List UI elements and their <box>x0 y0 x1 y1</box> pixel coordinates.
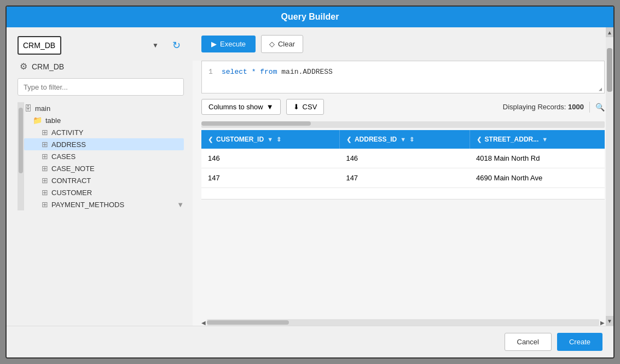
scroll-up-button[interactable]: ▲ <box>606 27 613 37</box>
tree-node-customer[interactable]: ⊞ CUSTOMER <box>24 186 184 198</box>
records-label: Displaying Records: 1000 <box>503 103 584 111</box>
db-select-wrapper: CRM_DB ▼ <box>18 36 163 55</box>
main-toolbar: ▶ Execute ◇ Clear <box>193 27 613 61</box>
filter-icon[interactable]: ▼ <box>542 136 548 143</box>
sql-editor[interactable]: 1 select * from main.ADDRESS ◢ <box>201 61 605 93</box>
table-icon: ⊞ <box>42 164 48 173</box>
scroll-thumb-horizontal <box>201 121 311 126</box>
refresh-icon: ↻ <box>172 39 181 51</box>
sort-icon[interactable]: ⇕ <box>409 136 414 143</box>
h-scrollbar-bottom[interactable]: ◀ ▶ <box>201 319 605 326</box>
scroll-right-icon[interactable]: ▶ <box>600 320 605 326</box>
resize-handle[interactable]: ◢ <box>596 85 604 93</box>
tree-node-cases[interactable]: ⊞ CASES <box>24 150 184 162</box>
modal-header: Query Builder <box>7 7 613 27</box>
table-row-partial <box>201 188 605 199</box>
results-toolbar: Columns to show ▼ ⬇ CSV Displaying Recor… <box>193 93 613 120</box>
cancel-label: Cancel <box>517 338 539 346</box>
table-wrapper: ❮ CUSTOMER_ID ▼ ⇕ ❮ ADDRESS_ID <box>201 130 605 318</box>
col-chevron-icon: ❮ <box>477 136 482 143</box>
search-button[interactable]: 🔍 <box>595 103 605 111</box>
tree-node-label: table <box>45 116 61 125</box>
cell-address-id: 146 <box>339 149 470 168</box>
col-header-label: ADDRESS_ID <box>355 136 397 143</box>
tree-node-case-note[interactable]: ⊞ CASE_NOTE <box>24 162 184 174</box>
tree-node-label: main <box>35 104 50 113</box>
tree-node-address[interactable]: ⊞ ADDRESS <box>24 138 184 150</box>
cancel-button[interactable]: Cancel <box>505 333 552 351</box>
tree-node-main[interactable]: 🗄 main <box>24 102 184 114</box>
clear-label: Clear <box>278 40 295 48</box>
right-scrollbar[interactable]: ▲ ▼ <box>606 27 613 326</box>
expand-icon: ▼ <box>177 201 184 209</box>
tree-scrollbar[interactable] <box>18 102 24 210</box>
table-row: 146 146 4018 Main North Rd <box>201 149 605 168</box>
scroll-thumb-vertical <box>607 48 612 92</box>
sidebar-top: CRM_DB ▼ ↻ <box>18 36 184 55</box>
database-icon: ⚙ <box>20 61 27 72</box>
records-text: Displaying Records: <box>503 103 566 111</box>
tree-node-label: CASES <box>51 152 76 161</box>
sql-star: * <box>252 68 256 76</box>
table-icon: ⊞ <box>42 128 48 137</box>
main-content: ▶ Execute ◇ Clear 1 select * <box>193 27 613 326</box>
h-scrollbar-top[interactable]: ▶ <box>201 120 605 129</box>
modal-title: Query Builder <box>281 12 339 21</box>
tree-node-label: PAYMENT_METHODS <box>51 201 124 209</box>
sql-table-ref: main.ADDRESS <box>281 68 333 76</box>
tree-node-label: ACTIVITY <box>51 128 84 137</box>
scroll-thumb-bottom <box>207 320 289 325</box>
create-button[interactable]: Create <box>557 333 602 351</box>
scroll-track <box>606 37 613 316</box>
cell-address-id <box>339 188 470 199</box>
cell-address-id: 147 <box>339 168 470 188</box>
col-header-label: STREET_ADDR... <box>485 136 539 143</box>
filter-icon[interactable]: ▼ <box>267 136 273 143</box>
filter-icon[interactable]: ▼ <box>400 136 406 143</box>
cell-customer-id: 147 <box>201 168 339 188</box>
csv-export-button[interactable]: ⬇ CSV <box>286 99 325 115</box>
columns-to-show-button[interactable]: Columns to show ▼ <box>201 99 281 115</box>
table-header: ❮ CUSTOMER_ID ▼ ⇕ ❮ ADDRESS_ID <box>201 130 605 149</box>
sql-keyword-from: from <box>260 68 277 76</box>
tree-node-activity[interactable]: ⊞ ACTIVITY <box>24 126 184 138</box>
db-label-text: CRM_DB <box>32 62 64 71</box>
download-icon: ⬇ <box>293 103 299 111</box>
search-icon: 🔍 <box>595 103 605 111</box>
db-select[interactable]: CRM_DB <box>18 36 61 55</box>
table-body: 146 146 4018 Main North Rd 147 147 4690 … <box>201 149 605 199</box>
table-icon: ⊞ <box>42 176 48 185</box>
create-label: Create <box>569 338 590 346</box>
tree-node-payment-methods[interactable]: ⊞ PAYMENT_METHODS ▼ <box>24 198 184 210</box>
scroll-left-icon[interactable]: ◀ <box>201 320 206 326</box>
execute-button[interactable]: ▶ Execute <box>201 36 256 52</box>
tree-node-label: ADDRESS <box>51 140 86 149</box>
db-label-row: ⚙ CRM_DB <box>18 61 184 72</box>
table-icon: ⊞ <box>42 188 48 197</box>
tree-node-label: CASE_NOTE <box>51 165 95 173</box>
sort-icon[interactable]: ⇕ <box>276 136 281 143</box>
sql-line-1: 1 select * from main.ADDRESS <box>208 68 598 76</box>
modal-footer: Cancel Create <box>7 326 613 357</box>
tree-scroll-thumb <box>19 108 23 173</box>
scroll-bar-horizontal[interactable] <box>201 121 605 128</box>
cell-street-addr: 4690 Main North Ave <box>470 168 605 188</box>
chevron-down-icon: ▼ <box>152 42 159 49</box>
eraser-icon: ◇ <box>269 40 275 48</box>
columns-label: Columns to show <box>208 103 263 111</box>
chevron-down-icon: ▼ <box>266 103 274 111</box>
modal-dialog: Query Builder CRM_DB ▼ ↻ ⚙ CRM_DB <box>5 5 615 359</box>
scroll-down-button[interactable]: ▼ <box>606 316 613 326</box>
scroll-bar-bottom[interactable] <box>207 319 599 326</box>
filter-input[interactable] <box>18 78 184 96</box>
tree-node-label: CUSTOMER <box>51 189 92 197</box>
divider <box>589 102 590 113</box>
col-chevron-icon: ❮ <box>346 136 351 143</box>
play-icon: ▶ <box>211 40 217 48</box>
table-row: 147 147 4690 Main North Ave <box>201 168 605 188</box>
tree-node-contract[interactable]: ⊞ CONTRACT <box>24 174 184 186</box>
database-icon: 🗄 <box>24 104 32 113</box>
refresh-button[interactable]: ↻ <box>169 38 184 53</box>
tree-node-table[interactable]: 📁 table <box>24 114 184 126</box>
clear-button[interactable]: ◇ Clear <box>261 35 303 53</box>
